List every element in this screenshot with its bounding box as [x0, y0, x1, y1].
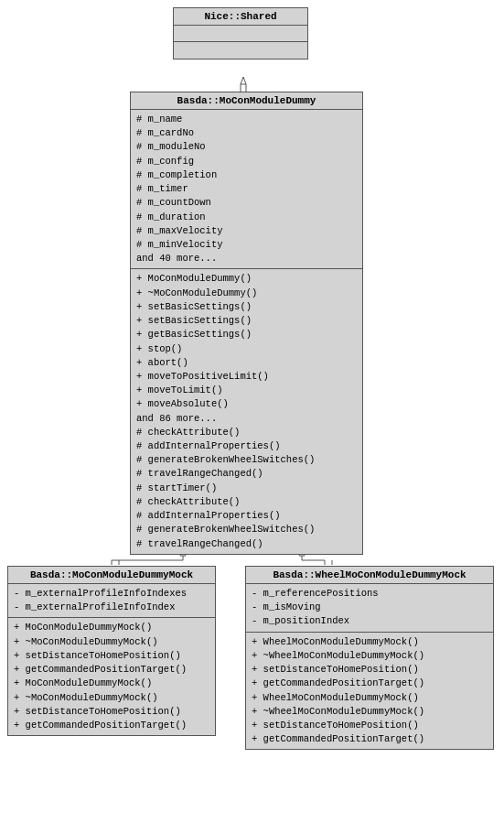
- method-15: # startTimer(): [136, 482, 357, 495]
- attr-m-countdown: # m_countDown: [136, 196, 357, 210]
- mock-attr-0: - m_externalProfileInfoIndexes: [14, 587, 209, 601]
- method-16: # checkAttribute(): [136, 495, 357, 509]
- attr-more: and 40 more...: [136, 252, 357, 265]
- basda-mock-title: Basda::MoConModuleDummyMock: [8, 567, 215, 584]
- method-10: and 86 more...: [136, 412, 357, 426]
- mock-attr-1: - m_externalProfileInfoIndex: [14, 601, 209, 614]
- svg-marker-2: [241, 77, 246, 84]
- method-7: + moveToPositiveLimit(): [136, 370, 357, 384]
- method-9: + moveAbsolute(): [136, 397, 357, 411]
- basda-mocon-box: Basda::MoConModuleDummy # m_name # m_car…: [130, 92, 363, 555]
- attr-m-config: # m_config: [136, 155, 357, 168]
- mock-method-2: + setDistanceToHomePosition(): [14, 649, 209, 663]
- mock-method-3: + getCommandedPositionTarget(): [14, 663, 209, 677]
- attr-m-timer: # m_timer: [136, 182, 357, 196]
- mock-method-0: + MoConModuleDummyMock(): [14, 621, 209, 634]
- wheel-attr-1: - m_isMoving: [252, 601, 488, 614]
- wheel-method-1: + ~WheelMoConModuleDummyMock(): [252, 649, 488, 663]
- method-1: + ~MoConModuleDummy(): [136, 287, 357, 300]
- method-6: + abort(): [136, 356, 357, 370]
- attr-m-completion: # m_completion: [136, 168, 357, 182]
- method-11: # checkAttribute(): [136, 426, 357, 439]
- wheel-attr-2: - m_positionIndex: [252, 614, 488, 628]
- basda-mock-box: Basda::MoConModuleDummyMock - m_external…: [7, 566, 216, 736]
- wheel-attr-0: - m_referencePositions: [252, 587, 488, 601]
- mock-method-6: + setDistanceToHomePosition(): [14, 705, 209, 719]
- method-2: + setBasicSettings(): [136, 300, 357, 314]
- attr-m-maxvelocity: # m_maxVelocity: [136, 224, 357, 238]
- method-19: # travelRangeChanged(): [136, 537, 357, 551]
- nice-shared-title: Nice::Shared: [174, 8, 307, 26]
- wheel-method-4: + WheelMoConModuleDummyMock(): [252, 691, 488, 705]
- wheel-method-0: + WheelMoConModuleDummyMock(): [252, 635, 488, 649]
- wheel-method-2: + setDistanceToHomePosition(): [252, 663, 488, 677]
- attr-m-moduleno: # m_moduleNo: [136, 140, 357, 154]
- wheel-method-3: + getCommandedPositionTarget(): [252, 677, 488, 690]
- nice-shared-section1: [174, 26, 307, 42]
- basda-mock-attributes: - m_externalProfileInfoIndexes - m_exter…: [8, 584, 215, 618]
- nice-shared-section2: [174, 42, 307, 59]
- basda-mocon-title: Basda::MoConModuleDummy: [131, 92, 362, 110]
- basda-wheel-attributes: - m_referencePositions - m_isMoving - m_…: [246, 584, 493, 633]
- method-8: + moveToLimit(): [136, 384, 357, 397]
- method-17: # addInternalProperties(): [136, 509, 357, 523]
- basda-wheel-box: Basda::WheelMoConModuleDummyMock - m_ref…: [245, 566, 494, 750]
- basda-mocon-methods: + MoConModuleDummy() + ~MoConModuleDummy…: [131, 269, 362, 553]
- method-3: + setBasicSettings(): [136, 314, 357, 328]
- method-12: # addInternalProperties(): [136, 439, 357, 453]
- nice-shared-box: Nice::Shared: [173, 7, 308, 60]
- method-18: # generateBrokenWheelSwitches(): [136, 523, 357, 536]
- basda-wheel-title: Basda::WheelMoConModuleDummyMock: [246, 567, 493, 584]
- method-14: # travelRangeChanged(): [136, 467, 357, 481]
- method-13: # generateBrokenWheelSwitches(): [136, 453, 357, 467]
- method-0: + MoConModuleDummy(): [136, 272, 357, 286]
- basda-mock-methods: + MoConModuleDummyMock() + ~MoConModuleD…: [8, 618, 215, 735]
- mock-method-4: + MoConModuleDummyMock(): [14, 677, 209, 690]
- basda-wheel-methods: + WheelMoConModuleDummyMock() + ~WheelMo…: [246, 633, 493, 750]
- mock-method-7: + getCommandedPositionTarget(): [14, 719, 209, 732]
- attr-m-cardno: # m_cardNo: [136, 126, 357, 140]
- mock-method-1: + ~MoConModuleDummyMock(): [14, 635, 209, 649]
- attr-m-minvelocity: # m_minVelocity: [136, 238, 357, 252]
- wheel-method-5: + ~WheelMoConModuleDummyMock(): [252, 705, 488, 719]
- wheel-method-7: + getCommandedPositionTarget(): [252, 732, 488, 746]
- attr-m-duration: # m_duration: [136, 211, 357, 224]
- basda-mocon-attributes: # m_name # m_cardNo # m_moduleNo # m_con…: [131, 110, 362, 269]
- method-4: + getBasicSettings(): [136, 328, 357, 341]
- attr-m-name: # m_name: [136, 113, 357, 126]
- wheel-method-6: + setDistanceToHomePosition(): [252, 719, 488, 732]
- diagram-container: Nice::Shared Basda::MoConModuleDummy # m…: [0, 0, 504, 834]
- mock-method-5: + ~MoConModuleDummyMock(): [14, 691, 209, 705]
- method-5: + stop(): [136, 342, 357, 356]
